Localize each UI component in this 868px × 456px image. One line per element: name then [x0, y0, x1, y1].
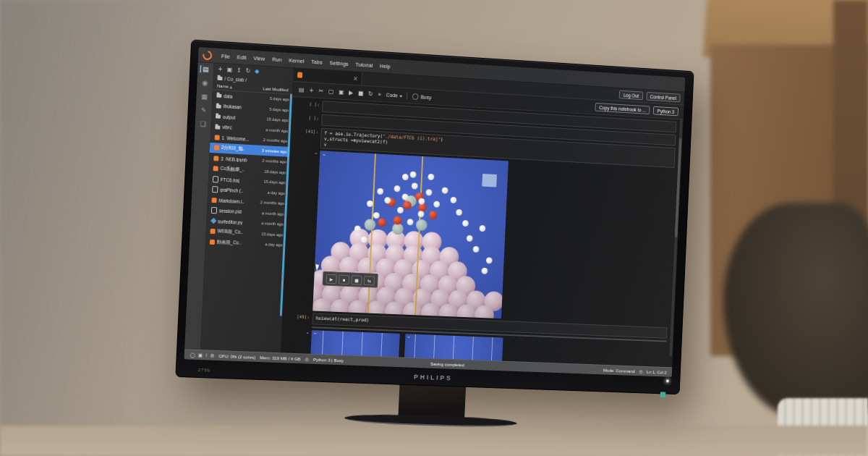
cursor-position[interactable]: Ln 1, Col 2 [647, 369, 667, 375]
breadcrumb-path: / Co_slab / [224, 76, 247, 83]
statusbar-icon-1[interactable]: ▣ [198, 352, 203, 358]
run-all-icon[interactable]: » [378, 90, 381, 97]
widget-minimize-icon[interactable]: – [407, 335, 410, 339]
file-modified: a day ago [268, 190, 285, 195]
file-browser-panel: +▣↥↻◆ / Co_slab / Name ▲ Last Modified d… [200, 63, 294, 352]
pin-icon[interactable]: ◆ [255, 68, 259, 75]
atom [472, 245, 479, 252]
copy-notebook-button[interactable]: Copy this notebook to ... [595, 103, 650, 114]
file-icon [212, 186, 218, 193]
save-icon[interactable]: ▤ [299, 86, 305, 93]
cell-type-dropdown[interactable]: Code ▾ [386, 92, 402, 98]
cell-prompt: [ ]: [297, 113, 319, 125]
statusbar-icon-0[interactable]: ◯ [190, 352, 196, 358]
commands-icon[interactable]: ▦ [201, 93, 208, 100]
folder-icon [216, 104, 221, 108]
notebook-file-icon [297, 72, 302, 77]
run-icon[interactable]: ▶ [349, 89, 353, 96]
refresh-icon[interactable]: ↻ [245, 67, 250, 74]
menu-item-file[interactable]: File [218, 51, 234, 61]
insert-cell-icon[interactable]: + [309, 87, 314, 93]
loop-button[interactable]: ⇆ [364, 276, 375, 285]
cell-prompt: [ ]: [298, 99, 320, 112]
kernel-status-icon: ◎ [305, 356, 309, 362]
saving-toast: Saving completed [430, 361, 464, 368]
hub-buttons: Log Out Control Panel [619, 90, 684, 103]
tab-close-icon[interactable]: × [353, 75, 358, 82]
new-folder-icon[interactable]: ▣ [227, 67, 233, 73]
folder-icon [215, 125, 220, 129]
atom [377, 187, 383, 194]
kernel-status[interactable]: Python 3 | Busy [313, 357, 344, 363]
file-modified: 18 days ago [264, 169, 286, 175]
running-kernels-icon[interactable]: ◉ [202, 79, 208, 86]
bell-icon[interactable]: ◎ [639, 368, 643, 374]
logout-button[interactable]: Log Out [619, 90, 643, 100]
upload-icon[interactable]: ↥ [237, 67, 242, 73]
file-name: FTC6.traj [221, 177, 262, 184]
atom [416, 219, 427, 231]
atom [354, 225, 360, 232]
play-button[interactable]: ▶ [326, 274, 337, 283]
menu-item-settings[interactable]: Settings [326, 58, 352, 69]
atom [384, 197, 391, 203]
open-tabs-icon[interactable]: ❏ [200, 120, 205, 127]
property-inspector-icon[interactable]: ✎ [201, 106, 207, 114]
menu-item-tabs[interactable]: Tabs [307, 56, 326, 67]
cut-icon[interactable]: ✂ [319, 88, 324, 94]
widget-minimize-icon[interactable]: – [323, 153, 326, 157]
folder-icon [216, 115, 221, 119]
statusbar-icon-3[interactable]: ⚙ [210, 352, 214, 358]
atom [360, 236, 367, 242]
restart-icon[interactable]: ↻ [368, 90, 373, 97]
chair-silhouette [723, 203, 868, 420]
modified-column-header[interactable]: Last Modified [263, 86, 288, 92]
atom [407, 219, 413, 225]
notebook-icon [213, 166, 218, 171]
name-column-header[interactable]: Name ▲ [217, 84, 232, 89]
menu-item-edit[interactable]: Edit [234, 52, 250, 62]
control-panel-button[interactable]: Control Panel [646, 92, 681, 102]
file-name: Markdown.i.. [218, 198, 258, 205]
stop-icon[interactable]: ■ [358, 90, 364, 96]
menu-item-tutorial[interactable]: Tutorial [352, 59, 376, 70]
file-icon [211, 207, 217, 214]
notebook-icon [210, 229, 215, 234]
atom [378, 218, 386, 227]
menu-item-help[interactable]: Help [376, 61, 394, 71]
copy-icon[interactable]: ▢ [328, 88, 334, 94]
nglview-widget[interactable]: – ▶▪■⇆ [312, 151, 509, 318]
monitor-sticker [660, 392, 666, 397]
file-name: WEB用_Co.. [217, 229, 259, 237]
menu-item-run[interactable]: Run [268, 54, 286, 64]
trajectory-player: ▶▪■⇆ [323, 271, 378, 288]
file-modified: 2 months ago [260, 200, 285, 206]
atom [310, 364, 325, 368]
new-launcher-icon[interactable]: + [218, 66, 223, 72]
statusbar-icon-2[interactable]: ! [205, 352, 208, 358]
atom [425, 189, 432, 195]
stop-button[interactable]: ■ [351, 275, 362, 284]
file-name: vibrc [222, 124, 263, 132]
statusbar-icons: ◯▣!⚙ [190, 352, 215, 358]
atom [441, 187, 448, 193]
menu-item-view[interactable]: View [250, 53, 268, 63]
main-area: ▤◉▦✎❏ +▣↥↻◆ / Co_slab / Name ▲ Last Modi… [184, 62, 684, 367]
widget-minimize-icon[interactable]: – [314, 332, 317, 336]
atom [450, 196, 456, 203]
kernel-name-button[interactable]: Python 3 [653, 106, 678, 117]
file-modified: a month ago [262, 211, 284, 216]
monitor-stand-neck [398, 385, 466, 418]
paste-icon[interactable]: ▣ [339, 88, 344, 95]
toolbar-right: Copy this notebook to ... Python 3 [595, 103, 679, 116]
notebook-content: [ ]: [ ]: [41]: f = ase.io.Trajectory(".… [281, 97, 683, 368]
atom [479, 225, 485, 232]
editor-mode[interactable]: Mode: Command [603, 368, 635, 373]
output-collapser[interactable]: – [289, 149, 318, 311]
file-browser-icon[interactable]: ▤ [200, 65, 209, 73]
python-icon [210, 218, 216, 224]
file-name: 1_Welcome... [221, 135, 261, 143]
menu-item-kernel[interactable]: Kernel [285, 55, 308, 66]
atom [466, 235, 472, 241]
step-button[interactable]: ▪ [339, 274, 349, 284]
